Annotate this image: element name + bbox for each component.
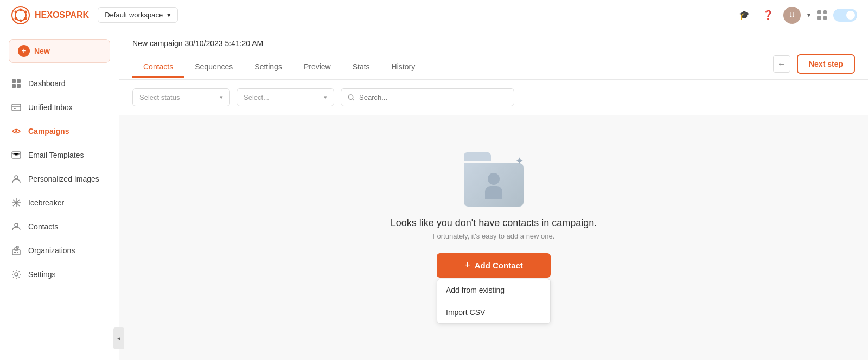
sidebar-item-email-templates[interactable]: Email Templates bbox=[0, 143, 119, 167]
svg-rect-21 bbox=[14, 252, 16, 253]
svg-point-14 bbox=[15, 130, 17, 132]
sidebar-item-icebreaker[interactable]: Icebreaker bbox=[0, 191, 119, 215]
import-csv-item[interactable]: Import CSV bbox=[437, 301, 550, 323]
folder-illustration: ✦ bbox=[461, 152, 526, 207]
sidebar-item-unified-inbox-label: Unified Inbox bbox=[28, 103, 73, 112]
content-area: New campaign 30/10/2023 5:41:20 AM Conta… bbox=[119, 30, 868, 360]
general-chevron-icon: ▾ bbox=[324, 94, 327, 101]
folder-tab bbox=[464, 152, 491, 161]
graduation-cap-icon[interactable]: 🎓 bbox=[736, 7, 753, 24]
main-layout: + New Dashboard Unified Inbox Campaig bbox=[0, 30, 868, 360]
unified-inbox-icon bbox=[11, 102, 22, 113]
empty-state-subtitle: Fortunately, it's easy to add a new one. bbox=[433, 232, 555, 240]
search-box[interactable] bbox=[341, 88, 514, 106]
svg-point-16 bbox=[15, 176, 18, 179]
sidebar-item-personalized-images-label: Personalized Images bbox=[28, 175, 99, 183]
workspace-label: Default workspace bbox=[105, 11, 163, 19]
dashboard-icon bbox=[11, 78, 22, 89]
folder-person-head bbox=[488, 173, 500, 185]
personalized-images-icon bbox=[11, 173, 22, 184]
svg-point-7 bbox=[20, 19, 22, 22]
campaigns-icon bbox=[11, 126, 22, 137]
icebreaker-icon bbox=[11, 197, 22, 208]
add-contact-dropdown-menu: Add from existing Import CSV bbox=[437, 279, 551, 324]
sidebar-item-dashboard[interactable]: Dashboard bbox=[0, 72, 119, 95]
avatar[interactable]: U bbox=[783, 7, 801, 24]
sidebar-item-icebreaker-label: Icebreaker bbox=[28, 198, 64, 207]
contacts-icon bbox=[11, 221, 22, 232]
organizations-icon bbox=[11, 245, 22, 256]
svg-rect-10 bbox=[12, 84, 16, 88]
svg-rect-20 bbox=[16, 246, 18, 248]
svg-point-23 bbox=[15, 273, 18, 276]
sidebar-item-contacts[interactable]: Contacts bbox=[0, 215, 119, 239]
tab-preview[interactable]: Preview bbox=[293, 57, 342, 78]
logo[interactable]: HEXOSPARK bbox=[11, 5, 89, 25]
hexospark-logo-icon bbox=[11, 5, 30, 25]
add-contact-plus-icon: + bbox=[464, 260, 470, 271]
add-from-existing-item[interactable]: Add from existing bbox=[437, 279, 550, 301]
tab-contacts[interactable]: Contacts bbox=[132, 57, 184, 78]
apps-grid-icon[interactable] bbox=[817, 10, 827, 20]
workspace-chevron-icon: ▾ bbox=[167, 11, 171, 19]
search-input[interactable] bbox=[359, 93, 507, 101]
add-contact-button[interactable]: + Add Contact bbox=[437, 253, 551, 278]
sidebar-item-personalized-images[interactable]: Personalized Images bbox=[0, 167, 119, 191]
add-contact-dropdown-container: + Add Contact Add from existing Import C… bbox=[437, 253, 551, 324]
svg-rect-22 bbox=[17, 252, 18, 253]
general-select-label: Select... bbox=[244, 93, 269, 101]
campaign-tabs: Contacts Sequences Settings Preview Stat… bbox=[132, 54, 855, 79]
sidebar-item-dashboard-label: Dashboard bbox=[28, 79, 66, 88]
svg-rect-12 bbox=[12, 104, 21, 111]
plus-circle-icon: + bbox=[18, 45, 30, 57]
add-contact-label: Add Contact bbox=[475, 261, 523, 270]
svg-rect-9 bbox=[17, 79, 21, 83]
sidebar-item-contacts-label: Contacts bbox=[28, 222, 58, 231]
empty-state: ✦ Looks like you don't have contacts in … bbox=[119, 115, 868, 360]
filters-bar: Select status ▾ Select... ▾ bbox=[119, 80, 868, 115]
settings-icon bbox=[11, 269, 22, 280]
sidebar-item-organizations-label: Organizations bbox=[28, 246, 75, 255]
sidebar-item-campaigns-label: Campaigns bbox=[28, 127, 69, 136]
campaign-header: New campaign 30/10/2023 5:41:20 AM Conta… bbox=[119, 30, 868, 80]
svg-rect-13 bbox=[14, 108, 16, 109]
folder-person-body bbox=[485, 186, 502, 199]
tab-stats[interactable]: Stats bbox=[342, 57, 381, 78]
help-icon[interactable]: ❓ bbox=[760, 7, 777, 24]
theme-toggle[interactable] bbox=[833, 9, 857, 22]
email-templates-icon bbox=[11, 150, 22, 160]
campaign-title: New campaign 30/10/2023 5:41:20 AM bbox=[132, 39, 855, 48]
workspace-selector[interactable]: Default workspace ▾ bbox=[98, 7, 178, 23]
svg-point-6 bbox=[20, 8, 22, 11]
back-button[interactable]: ← bbox=[773, 55, 790, 73]
navbar-right: 🎓 ❓ U ▾ bbox=[736, 7, 857, 24]
logo-text: HEXOSPARK bbox=[35, 10, 89, 20]
folder-person bbox=[483, 173, 505, 200]
sidebar-item-settings[interactable]: Settings bbox=[0, 262, 119, 286]
svg-rect-8 bbox=[12, 79, 16, 83]
empty-state-title: Looks like you don't have contacts in ca… bbox=[391, 217, 597, 229]
search-icon bbox=[348, 94, 355, 101]
general-select[interactable]: Select... ▾ bbox=[237, 88, 334, 106]
sidebar-item-organizations[interactable]: Organizations bbox=[0, 239, 119, 262]
tabs-left: Contacts Sequences Settings Preview Stat… bbox=[132, 57, 426, 77]
status-chevron-icon: ▾ bbox=[220, 94, 223, 101]
sidebar-item-unified-inbox[interactable]: Unified Inbox bbox=[0, 95, 119, 119]
tab-settings[interactable]: Settings bbox=[244, 57, 293, 78]
sidebar-item-email-templates-label: Email Templates bbox=[28, 151, 84, 159]
folder-sparkle-icon: ✦ bbox=[515, 155, 524, 167]
svg-rect-11 bbox=[17, 84, 21, 88]
tab-sequences[interactable]: Sequences bbox=[184, 57, 244, 78]
navbar: HEXOSPARK Default workspace ▾ 🎓 ❓ U ▾ bbox=[0, 0, 868, 30]
new-button-label: New bbox=[34, 47, 50, 55]
status-select[interactable]: Select status ▾ bbox=[132, 88, 230, 106]
sidebar-navigation: Dashboard Unified Inbox Campaigns Email … bbox=[0, 67, 119, 360]
tabs-right: ← Next step bbox=[773, 54, 855, 79]
new-button[interactable]: + New bbox=[9, 39, 110, 63]
svg-point-24 bbox=[348, 94, 353, 99]
next-step-button[interactable]: Next step bbox=[797, 54, 855, 74]
svg-point-2 bbox=[15, 10, 17, 13]
sidebar-item-settings-label: Settings bbox=[28, 270, 56, 279]
sidebar-item-campaigns[interactable]: Campaigns bbox=[0, 119, 119, 143]
tab-history[interactable]: History bbox=[381, 57, 426, 78]
